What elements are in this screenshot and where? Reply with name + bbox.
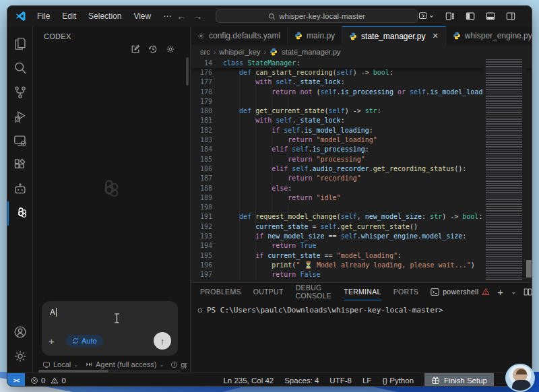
auto-mode-button[interactable]: Auto <box>66 335 103 347</box>
code-line-176: 176 def can_start_recording(self) -> boo… <box>191 68 532 77</box>
accounts-icon[interactable] <box>7 320 33 344</box>
nav-back-button[interactable]: ← <box>177 11 186 22</box>
panel-tab-bar: PROBLEMSOUTPUTDEBUG CONSOLETERMINALPORTS… <box>191 283 532 300</box>
source-control-icon[interactable] <box>7 80 33 104</box>
finish-setup-label: Finish Setup <box>444 377 487 385</box>
code-line-190: 190 <box>191 203 532 212</box>
menu-item-selection[interactable]: Selection <box>83 9 127 23</box>
footer-label: Local <box>53 360 71 368</box>
new-chat-icon[interactable] <box>131 44 140 54</box>
line-number: 178 <box>191 88 223 97</box>
code-line-188: 188 else: <box>191 184 532 193</box>
menu-item-⋯[interactable]: ⋯ <box>158 9 177 23</box>
status-item-ln-235-col-42[interactable]: Ln 235, Col 42 <box>223 377 274 385</box>
code-editor[interactable]: 14 class StateManager: 176 def can_start… <box>191 58 532 282</box>
code-line-191: 191 def request_model_change(self, new_m… <box>191 212 532 222</box>
editor-tab-config-defaults-yaml[interactable]: config.defaults.yaml <box>191 26 288 45</box>
search-view-icon[interactable] <box>7 56 33 80</box>
customize-layout-icon[interactable] <box>445 11 455 22</box>
code-line-178: 178 return not (self.is_processing or se… <box>191 88 532 97</box>
terminal-dropdown-chevron[interactable]: ⌄ <box>511 288 516 295</box>
history-icon[interactable] <box>148 44 158 54</box>
line-number: 197 <box>191 270 223 280</box>
toggle-primary-sidebar-icon[interactable] <box>465 11 476 22</box>
breadcrumb[interactable]: src›whisper_key›state_manager.py <box>191 45 532 58</box>
breadcrumb-item[interactable]: state_manager.py <box>282 48 340 56</box>
line-number: 189 <box>191 193 223 203</box>
line-number: 194 <box>191 241 223 251</box>
sidebar-hscrollbar[interactable] <box>38 370 181 372</box>
code-text: return True <box>223 241 317 251</box>
menu-item-view[interactable]: View <box>128 9 156 23</box>
breadcrumb-item[interactable]: src <box>200 48 210 56</box>
editor-tab-state_manager-py[interactable]: state_manager.py✕ <box>342 26 446 45</box>
code-text: if new_model_size == self.whisper_engine… <box>223 232 466 241</box>
copilot-icon[interactable] <box>418 11 435 22</box>
problems-status[interactable]: 0 0 <box>25 377 66 385</box>
editor-tab-bar: config.defaults.yamlmain.pystate_manager… <box>191 26 532 45</box>
settings-gear-icon[interactable] <box>7 344 33 368</box>
code-text: return "idle" <box>223 193 341 203</box>
toggle-panel-icon[interactable] <box>485 11 496 22</box>
webcam-overlay <box>505 364 535 392</box>
status-bar: >< 0 0 Ln 235, Col 42Spaces: 4UTF-8LF{} … <box>7 372 532 387</box>
run-debug-icon[interactable] <box>7 104 33 129</box>
finish-setup-button[interactable]: Finish Setup <box>424 373 494 387</box>
code-text: return not (self.is_processing or self.i… <box>223 88 495 97</box>
panel-tab-output[interactable]: OUTPUT <box>253 283 284 300</box>
editor-tab-whisper_engine-py[interactable]: whisper_engine.py <box>446 26 532 45</box>
line-number: 180 <box>191 106 223 116</box>
explorer-icon[interactable] <box>7 32 33 56</box>
panel-tab-terminal[interactable]: TERMINAL <box>344 283 381 300</box>
line-number: 187 <box>191 174 223 183</box>
line-number: 196 <box>191 261 223 270</box>
footer-local[interactable]: Local⌄ <box>42 360 78 368</box>
sidebar-scrollbar[interactable] <box>186 57 189 86</box>
codex-settings-icon[interactable] <box>166 44 175 54</box>
chat-input-value: A <box>50 308 55 317</box>
panel-tab-ports[interactable]: PORTS <box>393 283 418 300</box>
panel-tab-problems[interactable]: PROBLEMS <box>200 283 241 300</box>
tab-close-icon[interactable]: ✕ <box>433 32 439 40</box>
codex-openai-icon[interactable] <box>7 201 33 226</box>
status-item-spaces-4[interactable]: Spaces: 4 <box>284 377 319 385</box>
minimap[interactable] <box>483 58 526 282</box>
terminal-instance-item[interactable]: powershell <box>431 288 490 296</box>
command-center-search[interactable]: whisper-key-local-master <box>216 9 418 23</box>
search-value: whisper-key-local-master <box>279 12 365 20</box>
code-line-182: 182 if self.is_model_loading: <box>191 126 532 135</box>
minimap-content <box>486 59 522 281</box>
panel-tab-debug-console[interactable]: DEBUG CONSOLE <box>296 283 331 300</box>
menu-item-edit[interactable]: Edit <box>57 9 82 23</box>
footer-gpt-[interactable]: gpt- <box>170 360 187 368</box>
code-text: def request_model_change(self, new_model… <box>223 212 482 222</box>
chat-robot-icon[interactable] <box>7 177 33 201</box>
status-item-lf[interactable]: LF <box>362 377 371 385</box>
breadcrumb-item[interactable]: whisper_key <box>219 48 260 56</box>
code-line-179: 179 <box>191 97 532 106</box>
extensions-icon[interactable] <box>7 153 33 177</box>
new-terminal-button[interactable]: + <box>497 286 503 298</box>
editor-tab-main-py[interactable]: main.py <box>288 26 342 45</box>
code-text: def get_current_state(self) -> str: <box>223 106 381 116</box>
send-button[interactable]: ↑ <box>154 332 171 350</box>
remote-indicator[interactable]: >< <box>7 373 25 387</box>
breadcrumb-separator: › <box>263 48 266 56</box>
code-line-181: 181 with self._state_lock: <box>191 116 532 125</box>
chat-input[interactable]: A + Auto ↑ <box>42 301 178 356</box>
menu-item-file[interactable]: File <box>32 9 55 23</box>
remote-explorer-icon[interactable] <box>7 129 33 153</box>
terminal-output[interactable]: PS C:\Users\paulc\Downloads\whisper-key-… <box>191 300 532 372</box>
breadcrumb-separator: › <box>214 48 216 56</box>
sticky-scroll-line[interactable]: 14 class StateManager: <box>191 58 532 68</box>
nav-forward-button[interactable]: → <box>193 11 202 22</box>
attach-plus-button[interactable]: + <box>49 335 61 347</box>
command-decoration-icon <box>197 308 203 313</box>
toggle-secondary-sidebar-icon[interactable] <box>505 11 516 22</box>
split-terminal-icon[interactable] <box>524 288 532 296</box>
code-line-194: 194 return True <box>191 241 532 251</box>
status-item--python[interactable]: {} Python <box>382 377 414 385</box>
status-item-utf-8[interactable]: UTF-8 <box>329 377 352 385</box>
warning-count: 0 <box>61 377 65 385</box>
footer-agent-full-access-[interactable]: Agent (full access)⌄ <box>85 360 164 368</box>
